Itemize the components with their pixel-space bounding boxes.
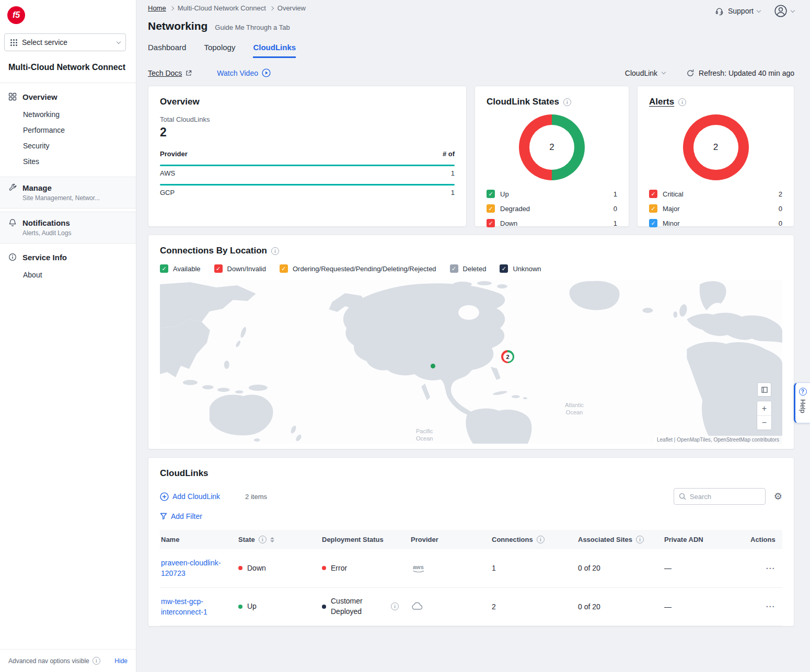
col-private-adn[interactable]: Private ADN	[664, 530, 750, 549]
state-cell: Up	[238, 589, 322, 624]
cloudlink-name-link[interactable]: mw-test-gcp-interconnect-1	[161, 596, 228, 618]
toolbar: Tech Docs Watch Video CloudLink	[148, 68, 794, 77]
provider-gcp-label: GCP	[160, 189, 175, 196]
gcp-cloud-icon	[411, 602, 423, 611]
minor-checkbox[interactable]: ✓	[649, 219, 657, 227]
sidebar-item-service-info[interactable]: Service Info	[8, 251, 128, 264]
zoom-out-button[interactable]: −	[757, 415, 771, 430]
info-icon[interactable]: i	[636, 536, 644, 543]
cloudlinks-table: Name State i Deployment Status Provider …	[160, 530, 782, 626]
world-map[interactable]: Pacific Ocean Atlantic Ocean 2 +	[160, 280, 782, 444]
sidebar-item-networking[interactable]: Networking	[8, 107, 128, 122]
sidebar-nav: Overview Networking Performance Security…	[0, 83, 136, 290]
info-icon[interactable]: i	[537, 536, 545, 543]
main-content: Home Multi-Cloud Network Connect Overvie…	[136, 0, 810, 672]
help-question-icon: ?	[799, 388, 807, 396]
col-state[interactable]: State i	[238, 530, 322, 549]
watch-video-link[interactable]: Watch Video	[217, 68, 271, 77]
add-filter-button[interactable]: Add Filter	[160, 512, 202, 520]
count-col-header: # of	[443, 150, 455, 158]
tech-docs-link[interactable]: Tech Docs	[148, 69, 192, 77]
f5-logo[interactable]: f5	[7, 6, 25, 24]
info-icon[interactable]: i	[271, 247, 279, 255]
chevron-down-icon	[791, 8, 795, 12]
col-deployment-status[interactable]: Deployment Status	[322, 530, 411, 549]
col-associated-sites[interactable]: Associated Sites i	[578, 530, 664, 549]
minor-value: 0	[779, 219, 782, 227]
info-icon[interactable]: i	[259, 536, 267, 543]
map-controls: + −	[757, 383, 772, 430]
legend-deleted: ✓ Deleted	[450, 264, 487, 273]
notifications-subtitle: Alerts, Audit Logs	[22, 229, 128, 237]
map-marker-available[interactable]	[431, 364, 435, 368]
notifications-label: Notifications	[22, 218, 70, 227]
states-donut-chart: 2	[519, 114, 585, 180]
refresh-button[interactable]: Refresh: Updated 40 min ago	[686, 69, 794, 77]
account-menu[interactable]	[774, 4, 794, 18]
gear-icon[interactable]: ⚙	[774, 491, 782, 502]
down-invalid-checkbox[interactable]: ✓	[214, 264, 223, 273]
guide-me-link[interactable]: Guide Me Through a Tab	[215, 24, 290, 31]
col-provider[interactable]: Provider	[411, 530, 492, 549]
help-tab[interactable]: ? Help	[794, 383, 810, 423]
up-checkbox[interactable]: ✓	[487, 190, 495, 198]
search-input[interactable]	[690, 493, 760, 501]
col-connections[interactable]: Connections i	[492, 530, 578, 549]
down-checkbox[interactable]: ✓	[487, 219, 495, 227]
map-fit-bounds-button[interactable]	[757, 383, 771, 397]
degraded-checkbox[interactable]: ✓	[487, 204, 495, 213]
alerts-card-title[interactable]: Alerts	[649, 97, 674, 107]
sidebar-item-manage[interactable]: Manage Site Management, Networ...	[0, 177, 136, 208]
row-actions-button[interactable]: ⋯	[766, 563, 775, 574]
support-button[interactable]: Support	[714, 6, 760, 16]
breadcrumb-home[interactable]: Home	[148, 4, 166, 12]
provider-aws-label: AWS	[160, 169, 175, 177]
zoom-in-button[interactable]: +	[757, 401, 771, 415]
map-cluster-marker[interactable]: 2	[501, 350, 514, 363]
sidebar-item-security[interactable]: Security	[8, 138, 128, 154]
overview-label: Overview	[22, 92, 57, 101]
critical-checkbox[interactable]: ✓	[649, 190, 657, 198]
tab-topology[interactable]: Topology	[204, 43, 235, 58]
deleted-checkbox[interactable]: ✓	[450, 264, 458, 273]
legend-available: ✓ Available	[160, 264, 201, 273]
deployment-status-cell: Error	[322, 550, 411, 586]
select-service-dropdown[interactable]: Select service	[4, 33, 126, 51]
unknown-checkbox[interactable]: ✓	[500, 264, 508, 273]
deployment-customer-dot	[322, 605, 326, 609]
add-cloudlink-button[interactable]: Add CloudLink	[160, 492, 220, 501]
ordering-checkbox[interactable]: ✓	[280, 264, 288, 273]
legend-row-critical: ✓ Critical 2	[649, 187, 782, 201]
cloudlink-scope-dropdown[interactable]: CloudLink	[625, 69, 665, 77]
sort-icon[interactable]	[270, 537, 274, 542]
sidebar-item-overview[interactable]: Overview	[8, 90, 128, 103]
info-icon[interactable]: i	[391, 603, 399, 610]
row-actions-button[interactable]: ⋯	[766, 601, 775, 612]
alerts-card: Alerts i 2 ✓ Critical 2 ✓ M	[637, 86, 794, 227]
sidebar-item-performance[interactable]: Performance	[8, 122, 128, 138]
tab-cloudlinks[interactable]: CloudLinks	[253, 43, 296, 58]
sidebar-item-about[interactable]: About	[8, 267, 128, 283]
map-attribution[interactable]: Leaflet | OpenMapTiles, OpenStreetMap co…	[654, 436, 782, 444]
deployment-error-dot	[322, 566, 326, 570]
sidebar-item-notifications[interactable]: Notifications Alerts, Audit Logs	[0, 212, 136, 244]
col-name[interactable]: Name	[160, 530, 238, 549]
major-label: Major	[663, 205, 680, 213]
top-actions: Support	[714, 4, 794, 18]
hide-nav-button[interactable]: Hide	[114, 657, 128, 665]
grid-dots-icon	[10, 39, 18, 47]
info-icon[interactable]: i	[563, 98, 571, 106]
tab-dashboard[interactable]: Dashboard	[148, 43, 186, 58]
sidebar-item-sites[interactable]: Sites	[8, 154, 128, 169]
breadcrumb-mcn-connect[interactable]: Multi-Cloud Network Connect	[178, 4, 266, 12]
legend-row-minor: ✓ Minor 0	[649, 216, 782, 230]
overview-grid-icon	[8, 92, 17, 101]
connections-cell: 2	[492, 589, 578, 624]
cloudlink-name-link[interactable]: praveen-cloudlink-120723	[161, 558, 228, 579]
degraded-value: 0	[614, 205, 617, 213]
info-icon[interactable]: i	[678, 98, 686, 106]
down-invalid-label: Down/Invalid	[227, 265, 266, 273]
available-checkbox[interactable]: ✓	[160, 264, 168, 273]
up-label: Up	[500, 190, 509, 198]
major-checkbox[interactable]: ✓	[649, 204, 657, 213]
